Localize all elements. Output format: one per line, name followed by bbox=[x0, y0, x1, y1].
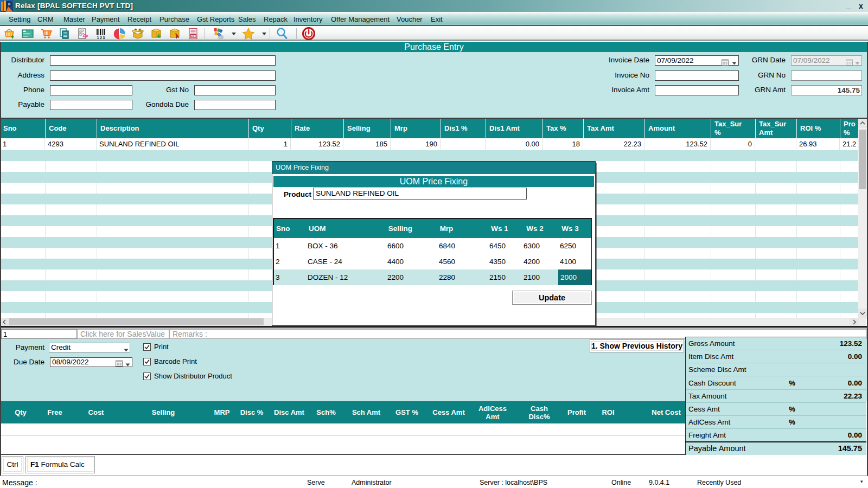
svg-text:1 2 3: 1 2 3 bbox=[97, 36, 105, 40]
svg-text:GST: GST bbox=[190, 35, 196, 37]
